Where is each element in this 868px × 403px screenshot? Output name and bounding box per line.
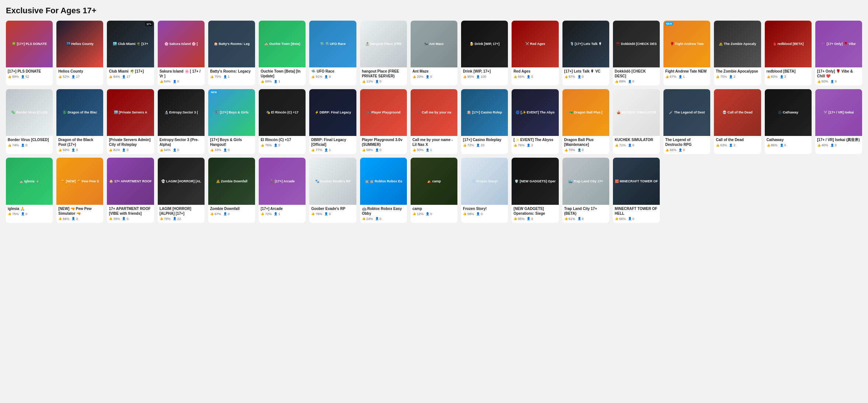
like-percent: 77%: [316, 148, 322, 152]
game-card[interactable]: 🛸 🛸 UFO Race🛸 UFO Race 👍 91% 👤 8: [309, 21, 356, 85]
like-stat: 👍 24%: [362, 217, 373, 221]
player-stat: 👤 0: [628, 143, 634, 147]
person-icon: 👤: [122, 148, 126, 152]
game-card[interactable]: 🍀 [17+] PLS DONATE[17+] PLS DONATE 👍 89%…: [6, 21, 53, 85]
game-card[interactable]: 🩸 redblood [BETA]redblood [BETA] 👍 60% 👤…: [765, 21, 812, 85]
game-card[interactable]: 🏙️ Club Miami 🌴 [17+17+Club Miami 🌴 [17+…: [107, 21, 154, 85]
game-stats: 👍 24% 👤 0: [362, 217, 405, 221]
player-count: 2: [531, 143, 533, 147]
like-percent: 81%: [113, 148, 120, 152]
player-stat: 👤 3: [72, 217, 78, 221]
game-info: 🛸 UFO Race 👍 91% 👤 8: [309, 67, 356, 81]
game-info: camp 👍 12% 👤 0: [411, 205, 457, 218]
like-stat: 👍 97%: [564, 75, 575, 78]
game-stats: 👍 85% 👤 0: [513, 217, 557, 221]
game-card[interactable]: 🌸 Sakura Island 🌸 [Sakura Island 🌸 [ 17+…: [158, 21, 205, 85]
game-card[interactable]: 🏙️ [Private Servers A[Private Servers Ad…: [107, 89, 154, 154]
player-stat: 👤 17: [122, 75, 130, 78]
game-info: Ant Maze 👍 20% 👤 0: [411, 67, 457, 81]
game-card[interactable]: 🎪 KUCHEK SIMULATORKUCHEK SIMULATOR 👍 71%…: [613, 89, 660, 154]
game-stats: 👍 81% 👤 0: [109, 148, 152, 152]
like-stat: 👍 20%: [412, 75, 423, 78]
player-count: 0: [632, 217, 634, 221]
like-stat: 👍 75%: [8, 212, 19, 216]
game-card[interactable]: 🎭 El Rincón (C) +17El Rincón (C) +17 👍 7…: [259, 89, 306, 154]
game-thumb-inner: 🌀 [✨ EVENT] The Abys: [512, 89, 558, 136]
game-card[interactable]: 🍺 Drink [WIP, 17+]Drink [WIP, 17+] 👍 95%…: [461, 21, 508, 85]
like-percent: 58%: [366, 148, 373, 152]
like-percent: 11%: [366, 80, 373, 83]
game-card[interactable]: 🎙️ [17+] Lets Talk 🎙[17+] Lets Talk 🎙 VC…: [562, 21, 609, 85]
thumb-up-icon: 👍: [8, 75, 11, 78]
game-card[interactable]: 🧟 Zombie DownfallZombie Downfall 👍 67% 👤…: [208, 158, 255, 222]
game-card[interactable]: 🌃 Helios CountyHelios County 👍 52% 👤 17: [56, 21, 103, 85]
person-icon: 👤: [122, 75, 126, 78]
player-stat: 👤 0: [527, 75, 533, 78]
person-icon: 👤: [578, 217, 581, 220]
game-info: 🤖 Roblox Robox Easy Obby 👍 24% 👤 0: [360, 205, 407, 223]
game-card[interactable]: ⚡ DBRP: Final LegacyDBRP: Final Legacy […: [309, 89, 356, 154]
game-card[interactable]: 🏝️ hangout Place (FREhangout Place (FREE…: [360, 21, 407, 85]
game-card[interactable]: 👻 LAGIM [HORROR] [ALLAGIM [HORROR] [ALPH…: [158, 158, 205, 222]
game-card[interactable]: 🕹️ [17+] Arcade[17+] Arcade 👍 72% 👤 1: [259, 158, 306, 222]
person-icon: 👤: [223, 212, 227, 215]
player-stat: 👤 0: [375, 217, 381, 221]
game-card[interactable]: 🎮 Player Playground Player Playground 3.…: [360, 89, 407, 154]
game-title: [17+ Only] 🌹 Vibe & Chill ❤️: [817, 69, 860, 78]
game-stats: 👍 76% 👤 2: [513, 143, 557, 147]
game-card[interactable]: 🧟 The Zombie ApocalyThe Zombie Apocalyps…: [714, 21, 761, 85]
game-card[interactable]: 💀 Call of the DeadCall of the Dead 👍 63%…: [714, 89, 761, 154]
game-card[interactable]: 🐾 Goober Evade's RPGoober Evade's RP 👍 7…: [309, 158, 356, 222]
game-card[interactable]: 🤖 🤖 Roblox Robox Ea🤖 Roblox Robox Easy O…: [360, 158, 407, 222]
game-title: Frozen Story!: [463, 206, 506, 211]
game-card[interactable]: 🎵 Call me by your naCall me by your name…: [411, 89, 457, 154]
game-card[interactable]: 🏙️ Trap Land City 17+Trap Land City 17+ …: [562, 158, 609, 222]
game-stats: 👍 74% 👤 0: [8, 143, 51, 147]
thumb-up-icon: 👍: [160, 217, 163, 220]
game-info: DBRP: Final Legacy [Official] 👍 77% 👤 1: [309, 136, 356, 154]
game-stats: 👍 50% 👤 1: [412, 148, 456, 152]
game-card[interactable]: 🎰 [17+] Casino Rolep[17+] Casino Rolepla…: [461, 89, 508, 154]
player-stat: 👤 3: [780, 75, 786, 78]
player-stat: 👤 0: [375, 148, 381, 152]
game-card[interactable]: 🌑 CathawayCathaway 👍 86% 👤 0: [765, 89, 812, 154]
game-card[interactable]: ⛩️ Dokkōdō [CHECK DESDokkōdō [CHECK DESC…: [613, 21, 660, 85]
game-card[interactable]: 🥊 Fight Andrew Tate NEWFight Andrew Tate…: [663, 21, 710, 85]
game-card[interactable]: ⛺ campcamp 👍 12% 👤 0: [411, 158, 457, 222]
game-card[interactable]: 🛡️ [NEW GADGETS] Oper[NEW GADGETS] Opera…: [512, 158, 558, 222]
person-icon: 👤: [578, 75, 581, 78]
game-card[interactable]: 🏘️ Ouchie Town [Beta]Ouchie Town [Beta] …: [259, 21, 306, 85]
game-info: Red Ages 👍 66% 👤 0: [512, 67, 558, 81]
game-card[interactable]: ⛪ iglesia 🙏iglesia 🙏 👍 75% 👤 0: [6, 158, 53, 222]
game-card[interactable]: 🗡️ The Legend of DestThe Legend of Destr…: [663, 89, 710, 154]
game-card[interactable]: 🔬 Entropy:Sector 3 (Entropy:Sector 3 (Pr…: [158, 89, 205, 154]
game-card[interactable]: 🦠 Border Virus [CLOSBorder Virus [CLOSED…: [6, 89, 53, 154]
game-card[interactable]: 🔫 [NEW] 🔫 Pew Pew S[NEW] 🔫 Pew Pew Simul…: [56, 158, 103, 222]
like-stat: 👍 69%: [615, 80, 626, 83]
game-card[interactable]: ⚔️ Red AgesRed Ages 👍 66% 👤 0: [512, 21, 558, 85]
game-card[interactable]: 🐜 Ant MazeAnt Maze 👍 20% 👤 0: [411, 21, 457, 85]
game-thumb-inner: ⚡ DBRP: Final Legacy: [309, 89, 356, 136]
game-card[interactable]: 🧱 MINECRAFT TOWER OFMINECRAFT TOWER OF H…: [613, 158, 660, 222]
player-stat: 👤 0: [628, 217, 634, 221]
player-count: 0: [25, 212, 27, 216]
game-card[interactable]: 🏠 Batty's Rooms: LegBatty's Rooms: Legac…: [208, 21, 255, 85]
game-thumbnail: ⛺ camp: [411, 158, 457, 204]
like-stat: 👍 61%: [564, 217, 575, 221]
game-card[interactable]: 👫 [17+] Boys & GirlsNEW[17+] Boys & Girl…: [208, 89, 255, 154]
game-stats: 👍 67% 👤 0: [210, 212, 253, 216]
game-card[interactable]: 🏠 17+ APARTMENT ROOF17+ APARTMENT ROOF […: [107, 158, 154, 222]
game-card[interactable]: ❄️ Frozen Story!Frozen Story! 👍 58% 👤 0: [461, 158, 508, 222]
game-title: MINECRAFT TOWER OF HELL: [615, 206, 658, 216]
game-thumbnail: 🩸 redblood [BETA]: [765, 21, 812, 67]
thumb-up-icon: 👍: [210, 75, 214, 78]
player-stat: 👤 0: [476, 212, 482, 216]
game-thumb-inner: 🎪 KUCHEK SIMULATOR: [613, 89, 660, 136]
like-percent: 63%: [720, 143, 727, 147]
game-card[interactable]: 💜 [17+ Only] 🌹 Vibe[17+ Only] 🌹 Vibe & C…: [815, 21, 862, 85]
game-card[interactable]: 🐉 Dragon of the BlacDragon of the Black …: [56, 89, 103, 154]
game-card[interactable]: ⚔️ [17+ / VR] Isekai [17+ / VR] Isekai (…: [815, 89, 862, 154]
game-card[interactable]: 🐲 Dragon Ball Plus [Dragon Ball Plus [Ma…: [562, 89, 609, 154]
game-card[interactable]: 🌀 [✨ EVENT] The Abys[✨ EVENT] The Abyss …: [512, 89, 558, 154]
thumb-up-icon: 👍: [513, 144, 517, 147]
